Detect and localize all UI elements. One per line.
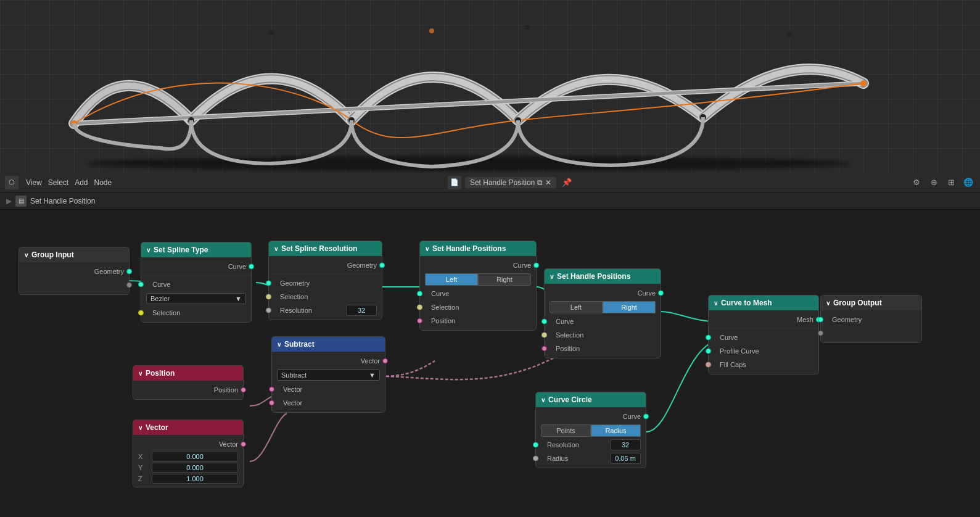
node-row: Geometry	[269, 258, 382, 272]
node-row: Resolution 32	[269, 304, 382, 317]
toolbar-menu: View Select Add Node	[26, 178, 112, 187]
socket-in	[417, 291, 422, 297]
subtract-dropdown[interactable]: Subtract ▼	[277, 370, 380, 381]
node-vector-header: ∨ Vector	[133, 420, 243, 435]
node-tree-title: Set Handle Position	[470, 178, 535, 187]
node-row: Geometry	[821, 313, 921, 326]
left-btn[interactable]: Left	[425, 273, 478, 286]
socket-empty-out	[126, 283, 132, 288]
socket-in	[417, 305, 422, 310]
y-row: Y 0.000	[133, 462, 243, 473]
overlay-icon[interactable]: ⊕	[927, 176, 941, 189]
node-subtract-header: ∨ Subtract	[272, 337, 385, 352]
socket-out	[379, 263, 385, 268]
handle-type-group[interactable]: Left Right	[425, 273, 531, 286]
x-row: X 0.000	[133, 451, 243, 462]
node-vector-body: Vector X 0.000 Y 0.000 Z 1.000	[133, 435, 243, 487]
node-row: Curve	[420, 287, 536, 300]
node-set-spline-resolution[interactable]: ∨ Set Spline Resolution Geometry Geometr…	[268, 241, 382, 320]
node-set-handle-positions-2[interactable]: ∨ Set Handle Positions Curve Left Right …	[544, 268, 661, 358]
node-set-spline-resolution-title: Set Spline Resolution	[281, 244, 357, 253]
right-btn[interactable]: Right	[478, 273, 531, 286]
curve-circle-mode-group[interactable]: Points Radius	[541, 424, 641, 437]
node-set-handle-positions-1-body: Curve Left Right Curve Selection P	[420, 256, 536, 330]
socket-out	[241, 387, 246, 393]
node-row: Curve	[141, 260, 251, 273]
node-set-spline-type-body: Curve Curve Bezier ▼ Selection	[141, 257, 251, 322]
world-icon[interactable]: 🌐	[961, 176, 975, 189]
node-curve-circle[interactable]: ∨ Curve Circle Curve Points Radius Resol…	[535, 392, 646, 468]
editor-type-icon[interactable]: ⬡	[5, 176, 19, 189]
pin-icon[interactable]: 📌	[560, 176, 574, 189]
copy-icon[interactable]: ⧉	[537, 178, 543, 187]
socket-in	[138, 282, 144, 287]
node-group-input-title: Group Input	[31, 250, 74, 259]
socket-out	[382, 358, 388, 364]
node-vector-title: Vector	[146, 423, 168, 432]
handle-type-group-2[interactable]: Left Right	[550, 301, 656, 313]
gizmo-icon[interactable]: ⊞	[944, 176, 958, 189]
node-row: Selection	[269, 290, 382, 304]
close-icon[interactable]: ✕	[545, 178, 551, 187]
doc-icon[interactable]: 📄	[448, 176, 461, 189]
socket-geometry-out	[126, 269, 132, 275]
socket-in	[533, 442, 538, 448]
node-editor-toolbar: ⬡ View Select Add Node 📄 Set Handle Posi…	[0, 173, 980, 192]
spline-type-dropdown[interactable]: Bezier ▼	[146, 293, 246, 304]
menu-node[interactable]: Node	[94, 178, 112, 187]
node-curve-circle-title: Curve Circle	[548, 395, 592, 404]
node-set-handle-positions-1[interactable]: ∨ Set Handle Positions Curve Left Right …	[419, 241, 537, 331]
radius-row: Radius 0.05 m	[536, 452, 646, 465]
node-row: Curve	[420, 258, 536, 272]
menu-select[interactable]: Select	[48, 178, 68, 187]
node-group-input[interactable]: ∨ Group Input Geometry	[19, 247, 130, 295]
settings-icon[interactable]: ⚙	[910, 176, 923, 189]
breadcrumb-bar: ▶ ▤ Set Handle Position	[0, 192, 980, 210]
menu-view[interactable]: View	[26, 178, 42, 187]
radius-btn[interactable]: Radius	[591, 424, 641, 437]
socket-in	[533, 456, 538, 461]
node-position-title: Position	[146, 369, 175, 378]
node-row: Selection	[420, 300, 536, 314]
node-curve-circle-body: Curve Points Radius Resolution 32 Radius…	[536, 407, 646, 468]
socket-in	[541, 333, 547, 338]
node-row: Mesh	[709, 313, 818, 326]
node-set-spline-type[interactable]: ∨ Set Spline Type Curve Curve Bezier ▼	[141, 242, 252, 323]
3d-viewport[interactable]	[0, 0, 980, 173]
socket-in	[269, 387, 274, 392]
svg-point-10	[860, 80, 867, 86]
node-group-output-body: Geometry	[821, 310, 921, 342]
points-btn[interactable]: Points	[541, 424, 591, 437]
node-set-handle-positions-2-body: Curve Left Right Curve Selection P	[545, 284, 661, 358]
menu-add[interactable]: Add	[75, 178, 88, 187]
node-curve-to-mesh[interactable]: ∨ Curve to Mesh Mesh Curve Profile Curve	[708, 295, 819, 374]
node-subtract[interactable]: ∨ Subtract Vector Subtract ▼ Vector	[271, 336, 385, 413]
node-row: Selection	[545, 328, 661, 342]
node-row-empty	[19, 278, 129, 292]
right-btn-2[interactable]: Right	[603, 301, 656, 313]
svg-point-3	[269, 30, 274, 35]
node-row: Curve	[545, 315, 661, 328]
node-group-output[interactable]: ∨ Group Output Geometry	[820, 295, 922, 343]
socket-in	[706, 362, 711, 368]
left-btn-2[interactable]: Left	[550, 301, 603, 313]
node-set-spline-resolution-header: ∨ Set Spline Resolution	[269, 241, 382, 256]
node-vector[interactable]: ∨ Vector Vector X 0.000 Y 0.000 Z	[133, 420, 244, 487]
toolbar-right: ⚙ ⊕ ⊞ 🌐	[910, 176, 975, 189]
socket-in	[266, 281, 271, 286]
node-row: Geometry	[269, 276, 382, 290]
node-row: Geometry	[19, 265, 129, 278]
node-row-empty	[821, 326, 921, 340]
viewport-preview	[0, 0, 980, 173]
node-row: Curve	[536, 410, 646, 423]
arrow-left-icon: ▶	[6, 197, 12, 205]
node-set-handle-positions-2-title: Set Handle Positions	[557, 272, 630, 281]
node-position-header: ∨ Position	[133, 366, 243, 381]
node-editor: ⬡ View Select Add Node 📄 Set Handle Posi…	[0, 173, 980, 517]
node-subtract-body: Vector Subtract ▼ Vector Vector	[272, 352, 385, 412]
node-canvas[interactable]: ∨ Group Input Geometry ∨ Set Spline Type	[0, 210, 980, 517]
node-position[interactable]: ∨ Position Position	[133, 365, 244, 400]
svg-point-7	[525, 25, 530, 30]
node-set-handle-positions-2-header: ∨ Set Handle Positions	[545, 269, 661, 284]
node-row: Vector	[133, 437, 243, 451]
